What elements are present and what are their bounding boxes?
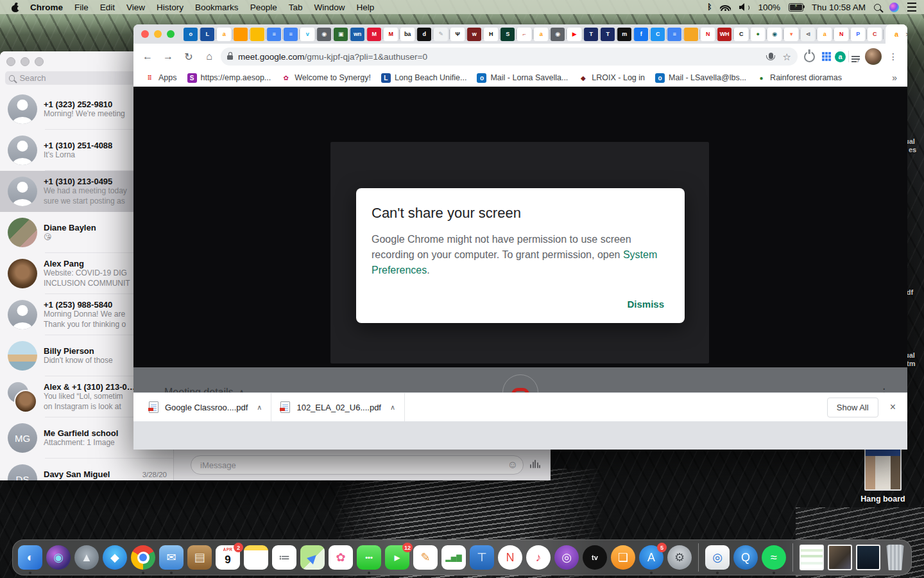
browser-tab[interactable]: d <box>417 28 431 41</box>
spotlight-search-icon[interactable] <box>874 4 881 11</box>
browser-tab[interactable]: wn <box>350 28 364 41</box>
browser-tab[interactable]: M <box>384 28 398 41</box>
forward-button[interactable]: → <box>159 48 177 66</box>
microphone-icon[interactable] <box>769 53 773 59</box>
emoji-picker-icon[interactable]: ☺ <box>508 460 518 470</box>
news[interactable]: N <box>498 545 522 570</box>
siri[interactable]: ◉ <box>46 545 71 570</box>
browser-tab[interactable] <box>234 28 248 41</box>
menu-item[interactable]: People <box>250 3 277 12</box>
photos[interactable]: ✿ <box>329 545 353 570</box>
image-stack[interactable] <box>828 545 852 570</box>
lock-icon[interactable] <box>227 55 233 60</box>
maps[interactable]: ▶ <box>300 545 325 570</box>
download-chevron-icon[interactable]: ∧ <box>390 403 395 412</box>
menu-item[interactable]: Window <box>314 3 345 12</box>
browser-tab[interactable]: m <box>617 28 631 41</box>
pages[interactable]: ✎ <box>413 545 438 570</box>
zoom-button[interactable] <box>167 30 175 38</box>
audio-message-icon[interactable] <box>530 460 540 469</box>
chrome-traffic-lights[interactable] <box>141 24 175 44</box>
menu-item[interactable]: File <box>74 3 89 12</box>
browser-tab[interactable]: H <box>484 28 498 41</box>
browser-tab[interactable]: T <box>584 28 598 41</box>
menu-item[interactable]: Help <box>356 3 374 12</box>
browser-tab[interactable]: ≡ <box>267 28 281 41</box>
quicktime[interactable]: Q <box>733 545 758 570</box>
menu-clock[interactable]: Thu 10:58 AM <box>812 3 866 12</box>
browser-tab[interactable]: ◉ <box>767 28 782 41</box>
browser-tab[interactable] <box>250 28 264 41</box>
siri-icon[interactable] <box>889 3 899 12</box>
browser-tab[interactable]: ● <box>751 28 765 41</box>
browser-tab[interactable]: N <box>701 28 715 41</box>
browser-tab[interactable]: P <box>851 28 865 41</box>
close-downloads-bar-icon[interactable]: × <box>890 401 896 413</box>
mail[interactable]: ✉ <box>159 545 184 570</box>
download-item[interactable]: 102_ELA_02_U6....pdf ∧ <box>271 393 405 421</box>
profile-avatar[interactable] <box>865 48 882 65</box>
download-chevron-icon[interactable]: ∧ <box>257 403 262 412</box>
reload-button[interactable]: ↻ <box>180 48 198 66</box>
show-all-button[interactable]: Show All <box>827 398 878 417</box>
back-button[interactable]: ← <box>139 48 157 66</box>
notification-center-icon[interactable] <box>907 3 916 12</box>
browser-tab[interactable]: ▶ <box>567 28 581 41</box>
system-preferences[interactable]: ⚙ <box>667 545 692 570</box>
bookmark-item[interactable]: ✿ Welcome to Synergy! <box>276 71 376 84</box>
preview[interactable]: ◎ <box>705 545 730 570</box>
browser-tab[interactable]: S <box>501 28 515 41</box>
facetime[interactable]: ▸ 12 <box>385 545 409 570</box>
home-button[interactable]: ⌂ <box>200 48 218 66</box>
download-item[interactable]: Google Classroo....pdf ∧ <box>140 393 271 421</box>
browser-tab[interactable]: ◉ <box>317 28 331 41</box>
document-stack[interactable] <box>800 545 824 570</box>
browser-tab[interactable]: ✎ <box>434 28 448 41</box>
browser-tab[interactable]: C <box>734 28 748 41</box>
browser-tab[interactable]: w <box>467 28 481 41</box>
zoom-button[interactable] <box>35 57 44 66</box>
url-text[interactable]: meet.google.com/gmu-kjpf-qja?pli=1&authu… <box>238 52 764 62</box>
close-button[interactable] <box>141 30 149 38</box>
active-tab[interactable]: a × <box>886 24 907 44</box>
menu-item[interactable]: History <box>157 3 184 12</box>
bookmark-item[interactable]: ◆ LROIX - Log in <box>573 71 650 84</box>
menu-item[interactable]: Chrome <box>30 3 63 12</box>
imessage-input[interactable] <box>199 460 508 471</box>
browser-tab[interactable]: o <box>184 28 198 41</box>
apps-grid-extension-icon[interactable] <box>822 52 825 55</box>
browser-tab[interactable]: a <box>534 28 548 41</box>
music[interactable]: ♪ <box>526 545 551 570</box>
browser-tab[interactable]: ≡ <box>667 28 681 41</box>
messages[interactable]: ••• <box>357 545 381 570</box>
menu-item[interactable]: Edit <box>100 3 115 12</box>
bookmark-item[interactable]: ● Rainforest dioramas <box>751 71 847 84</box>
chrome[interactable] <box>131 545 155 570</box>
browser-tab[interactable]: ≡ <box>284 28 298 41</box>
spotify[interactable]: ≈ <box>762 545 786 570</box>
trash[interactable] <box>884 545 906 570</box>
desktop-icon-hang-board[interactable]: Hang board <box>857 448 909 504</box>
browser-tab[interactable]: a <box>817 28 832 41</box>
battery-icon[interactable]: ⚡ <box>789 3 803 12</box>
power-extension-icon[interactable] <box>800 48 818 66</box>
browser-tab[interactable]: Ψ <box>450 28 465 41</box>
bookmarks-overflow-chevron[interactable]: » <box>892 73 901 83</box>
chrome-menu-icon[interactable]: ⋮ <box>884 48 902 66</box>
dismiss-button[interactable]: Dismiss <box>622 295 669 313</box>
playlist-extension-icon[interactable] <box>851 56 860 57</box>
browser-tab[interactable]: N <box>834 28 848 41</box>
browser-tab[interactable]: ⌐ <box>517 28 531 41</box>
wifi-icon[interactable] <box>720 3 731 11</box>
menu-item[interactable]: Bookmarks <box>195 3 239 12</box>
bookmark-item[interactable]: o Mail - Lorna Savella... <box>472 71 573 84</box>
volume-icon[interactable] <box>739 3 749 11</box>
calendar[interactable]: 9 APR 2 <box>216 545 240 570</box>
menu-item[interactable]: View <box>126 3 145 12</box>
tv[interactable]: tv <box>583 545 607 570</box>
bookmark-item[interactable]: ⠿ Apps <box>140 71 182 84</box>
browser-tab[interactable]: v <box>300 28 314 41</box>
browser-tab[interactable]: ⊲ <box>801 28 815 41</box>
browser-tab[interactable]: a <box>217 28 231 41</box>
conversation-row[interactable]: DS Davy San Miguel 3/28/20 hi aunty, doi… <box>0 459 173 480</box>
